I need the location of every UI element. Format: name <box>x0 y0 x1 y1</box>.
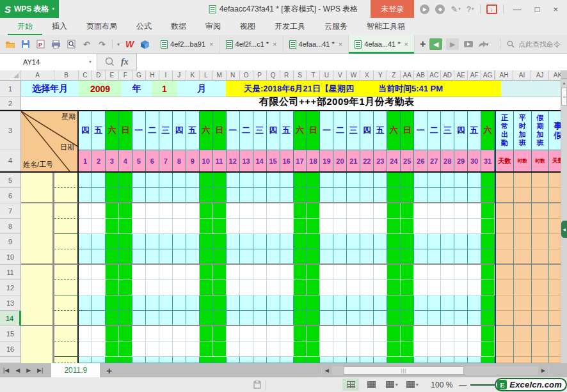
attendance-cell[interactable] <box>213 188 227 203</box>
attendance-cell[interactable] <box>454 357 468 363</box>
attendance-cell[interactable] <box>186 311 200 326</box>
zoom-level[interactable]: 100 % <box>431 380 452 389</box>
attendance-cell[interactable] <box>119 326 132 341</box>
summary-value-cell[interactable] <box>532 219 550 234</box>
attendance-cell[interactable] <box>227 341 240 357</box>
row1-tail-cells[interactable] <box>501 81 567 97</box>
attendance-cell[interactable] <box>333 188 347 203</box>
attendance-cell[interactable] <box>280 188 294 203</box>
weekday-cell[interactable]: 五 <box>186 111 199 150</box>
attendance-cell[interactable] <box>240 357 253 363</box>
attendance-cell[interactable] <box>294 188 307 203</box>
attendance-cell[interactable] <box>360 265 374 280</box>
attendance-cell[interactable] <box>159 326 173 341</box>
date-cell[interactable]: 24 <box>387 150 400 171</box>
attendance-cell[interactable] <box>186 280 200 295</box>
weekday-cell[interactable]: 二 <box>146 111 159 150</box>
summary-value-cell[interactable] <box>514 326 532 341</box>
attendance-cell[interactable] <box>106 249 119 265</box>
attendance-cell[interactable] <box>79 234 92 249</box>
attendance-cell[interactable] <box>333 311 347 326</box>
attendance-cell[interactable] <box>347 341 360 357</box>
attendance-cell[interactable] <box>200 265 213 280</box>
attendance-cell[interactable] <box>427 341 441 357</box>
menu-item-1[interactable]: 插入 <box>42 18 77 35</box>
attendance-cell[interactable] <box>213 219 227 234</box>
attendance-cell[interactable] <box>186 357 200 363</box>
date-cell[interactable]: 1 <box>79 150 92 171</box>
column-header-T[interactable]: T <box>307 70 320 81</box>
year-month-select-label[interactable]: 选择年月 <box>21 81 79 97</box>
attendance-cell[interactable] <box>294 249 307 265</box>
attendance-cell[interactable] <box>307 265 320 280</box>
formula-input[interactable] <box>136 54 567 70</box>
attendance-cell[interactable] <box>468 234 481 249</box>
attendance-cell[interactable] <box>347 326 360 341</box>
attendance-cell[interactable] <box>427 219 441 234</box>
page-break-view-button[interactable] <box>363 379 379 391</box>
attendance-cell[interactable] <box>79 280 92 295</box>
column-header-N[interactable]: N <box>227 70 240 81</box>
attendance-cell[interactable] <box>240 234 253 249</box>
attendance-cell[interactable] <box>468 326 481 341</box>
name-cell[interactable] <box>21 295 54 311</box>
row-header[interactable]: 2 <box>0 97 21 110</box>
menu-item-7[interactable]: 开发工具 <box>265 18 315 35</box>
attendance-cell[interactable] <box>307 341 320 357</box>
column-header-S[interactable]: S <box>294 70 307 81</box>
title-row-area[interactable]: 有限公司+++部2009年1月份考勤表 <box>21 97 567 110</box>
attendance-cell[interactable] <box>401 326 414 341</box>
scroll-right-arrow[interactable] <box>541 368 545 373</box>
attendance-cell[interactable] <box>427 265 441 280</box>
attendance-cell[interactable] <box>427 234 441 249</box>
sub-name-cell[interactable] <box>54 249 79 265</box>
summary-value-cell[interactable] <box>514 295 532 311</box>
attendance-cell[interactable] <box>320 203 333 219</box>
attendance-cell[interactable] <box>159 311 173 326</box>
column-header-U[interactable]: U <box>320 70 333 81</box>
attendance-cell[interactable] <box>79 173 92 188</box>
attendance-cell[interactable] <box>159 357 173 363</box>
attendance-cell[interactable] <box>441 249 454 265</box>
attendance-cell[interactable] <box>79 341 92 357</box>
attendance-cell[interactable] <box>387 173 401 188</box>
wps-logo[interactable]: S WPS 表格 <box>0 0 59 18</box>
weekday-cell[interactable]: 六 <box>387 111 400 150</box>
column-header-P[interactable]: P <box>253 70 267 81</box>
attendance-cell[interactable] <box>401 219 414 234</box>
attendance-cell[interactable] <box>468 280 481 295</box>
attendance-cell[interactable] <box>374 265 387 280</box>
attendance-cell[interactable] <box>79 188 92 203</box>
column-header-D[interactable]: D <box>92 70 106 81</box>
attendance-cell[interactable] <box>106 234 119 249</box>
macro-status-icon[interactable] <box>253 380 266 389</box>
attendance-cell[interactable] <box>119 280 132 295</box>
attendance-cell[interactable] <box>414 265 427 280</box>
attendance-cell[interactable] <box>454 188 468 203</box>
menu-item-4[interactable]: 数据 <box>161 18 196 35</box>
attendance-cell[interactable] <box>200 219 213 234</box>
attendance-cell[interactable] <box>186 188 200 203</box>
attendance-cell[interactable] <box>347 203 360 219</box>
menu-item-0[interactable]: 开始 <box>8 18 42 35</box>
attendance-cell[interactable] <box>253 357 267 363</box>
attendance-cell[interactable] <box>213 234 227 249</box>
summary-value-cell[interactable] <box>514 219 532 234</box>
attendance-cell[interactable] <box>267 234 280 249</box>
attendance-cell[interactable] <box>414 234 427 249</box>
attendance-cell[interactable] <box>360 295 374 311</box>
attendance-cell[interactable] <box>213 173 227 188</box>
attendance-cell[interactable] <box>146 326 159 341</box>
attendance-cell[interactable] <box>173 265 186 280</box>
column-header-W[interactable]: W <box>347 70 360 81</box>
help-icon[interactable]: ? <box>467 4 474 14</box>
date-cell[interactable]: 14 <box>253 150 266 171</box>
attendance-cell[interactable] <box>227 173 240 188</box>
login-button[interactable]: 未登录 <box>371 0 414 18</box>
attendance-cell[interactable] <box>414 249 427 265</box>
doc-tab-1[interactable]: 4ef2f...c1 *× <box>220 35 284 54</box>
attendance-cell[interactable] <box>427 357 441 363</box>
attendance-cell[interactable] <box>454 265 468 280</box>
attendance-cell[interactable] <box>374 219 387 234</box>
summary-value-cell[interactable] <box>496 188 514 203</box>
